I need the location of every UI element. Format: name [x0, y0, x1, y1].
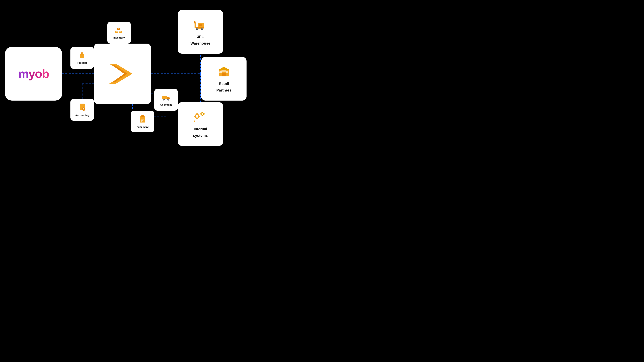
accounting-icon: $ [78, 103, 86, 112]
svg-rect-42 [163, 97, 166, 97]
svg-rect-31 [116, 31, 118, 33]
retail-partners-label: Retail Partners [216, 80, 231, 93]
svg-rect-78 [200, 113, 201, 114]
svg-rect-35 [120, 31, 121, 32]
svg-rect-32 [119, 31, 122, 33]
svg-rect-24 [81, 55, 83, 55]
svg-rect-21 [80, 54, 84, 58]
svg-rect-23 [82, 53, 83, 54]
warehouse-3pl-label: 3PL Warehouse [190, 33, 210, 46]
fulfilment-icon-wrapper [138, 114, 147, 124]
myob-letter-b: b [42, 67, 49, 80]
inventory-icon [114, 26, 124, 34]
svg-rect-51 [194, 23, 196, 28]
svg-point-58 [202, 28, 203, 29]
inventory-icon-wrapper [114, 26, 124, 35]
product-label: Product [78, 61, 87, 64]
svg-rect-44 [142, 115, 144, 117]
warehouse-icon-wrapper [193, 18, 208, 32]
product-card: Product [70, 47, 94, 69]
svg-point-67 [196, 115, 198, 118]
svg-text:$: $ [83, 108, 84, 110]
hub-arrow-icon [106, 60, 139, 87]
svg-rect-45 [141, 118, 144, 118]
svg-rect-26 [80, 105, 84, 105]
fulfilment-card: Fulfilment [131, 111, 154, 132]
accounting-label: Accounting [75, 114, 89, 117]
svg-rect-76 [202, 112, 203, 113]
retail-icon-wrapper [216, 65, 232, 79]
svg-rect-65 [221, 70, 226, 72]
svg-rect-28 [80, 107, 83, 107]
svg-point-41 [168, 99, 169, 100]
myob-letter-o: o [35, 67, 42, 80]
product-icon [78, 51, 86, 59]
internal-systems-card: Internal systems [178, 102, 223, 146]
svg-rect-33 [117, 28, 120, 30]
store-icon [216, 65, 232, 78]
svg-rect-77 [202, 115, 203, 116]
svg-rect-59 [199, 24, 202, 26]
warehouse-3pl-card: 3PL Warehouse [178, 10, 223, 54]
svg-point-75 [202, 113, 203, 115]
shipment-card: Shipment [154, 89, 178, 111]
internal-systems-label: Internal systems [193, 125, 208, 138]
myob-logo: myob [18, 67, 49, 81]
svg-rect-73 [194, 120, 196, 122]
shipment-icon [162, 93, 171, 101]
svg-rect-37 [162, 96, 167, 99]
svg-rect-64 [226, 71, 228, 73]
svg-rect-69 [196, 118, 198, 119]
svg-marker-61 [218, 67, 230, 70]
svg-rect-62 [222, 73, 226, 76]
inventory-card: Inventory [107, 22, 131, 43]
internal-icon-wrapper [193, 110, 208, 124]
svg-rect-79 [204, 113, 204, 114]
svg-point-56 [196, 28, 198, 29]
inventory-label: Inventory [113, 36, 125, 39]
gears-icon [193, 110, 208, 123]
svg-rect-63 [219, 71, 222, 73]
myob-letter-y: y [28, 67, 35, 80]
accounting-icon-wrapper: $ [78, 103, 86, 113]
shipment-icon-wrapper [162, 93, 171, 102]
fulfilment-icon [138, 114, 147, 124]
forklift-icon [193, 18, 208, 31]
product-icon-wrapper [78, 51, 86, 60]
svg-rect-53 [194, 21, 195, 23]
svg-rect-70 [194, 116, 196, 117]
shipment-label: Shipment [160, 103, 172, 106]
myob-card: myob [5, 47, 62, 100]
svg-point-39 [163, 99, 164, 100]
svg-rect-47 [141, 120, 144, 121]
hub-card [94, 43, 151, 104]
svg-rect-46 [141, 119, 144, 119]
myob-letter-m: m [18, 67, 28, 80]
svg-rect-34 [116, 31, 118, 32]
svg-rect-27 [80, 106, 84, 106]
svg-rect-71 [199, 116, 200, 117]
svg-rect-36 [118, 28, 120, 29]
svg-rect-48 [141, 121, 142, 122]
accounting-card: $ Accounting [70, 99, 94, 121]
svg-marker-19 [109, 64, 132, 84]
retail-partners-card: Retail Partners [201, 57, 246, 100]
svg-rect-54 [194, 21, 196, 21]
diagram-container: myob Product [0, 0, 322, 181]
fulfilment-label: Fulfilment [136, 125, 148, 129]
